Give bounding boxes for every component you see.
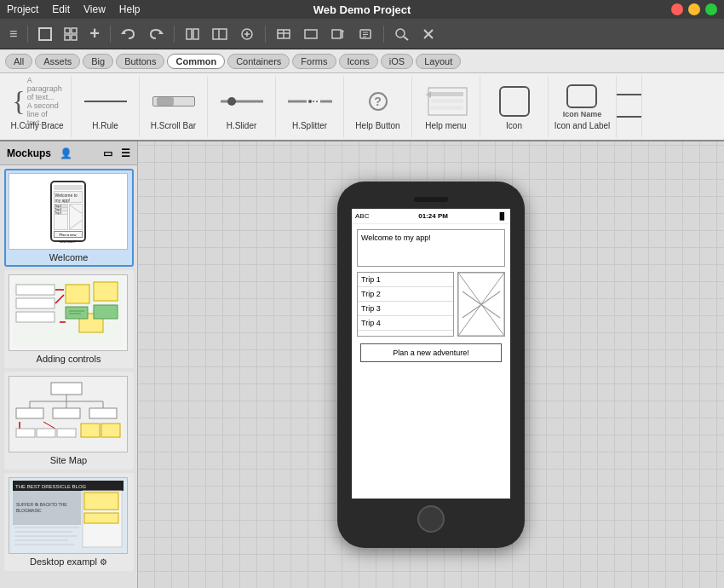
- filter-ios[interactable]: iOS: [381, 54, 413, 69]
- sidebar-item-desktop-example[interactable]: THE BEST DRESSICLE BLOG SUFFER IN BACKTO…: [4, 473, 134, 571]
- partial-icon: [617, 88, 642, 124]
- welcome-thumbnail: Welcome to my app! Trip 1 Trip 2 Trip 3: [9, 173, 128, 250]
- svg-rect-45: [66, 285, 89, 303]
- sidebar-item-adding-controls[interactable]: Adding controls: [4, 270, 134, 368]
- component-h-scroll-bar[interactable]: H.Scroll Bar: [140, 76, 208, 137]
- svg-text:BLOGMASIC: BLOGMASIC: [16, 508, 42, 513]
- component-help-menu[interactable]: Help menu: [412, 76, 480, 137]
- toolbar-icon-5[interactable]: [299, 26, 323, 43]
- battery-label: ▐▌: [497, 212, 507, 220]
- layout-grid-button[interactable]: [60, 26, 82, 43]
- svg-rect-46: [94, 282, 118, 301]
- site-map-thumbnail: [9, 376, 128, 453]
- menu-help[interactable]: Help: [119, 3, 141, 15]
- svg-point-31: [313, 101, 314, 102]
- layout-single-button[interactable]: [34, 26, 56, 43]
- filter-containers[interactable]: Containers: [227, 54, 290, 69]
- toolbar-icon-2[interactable]: [208, 26, 232, 43]
- toolbar-icon-6[interactable]: [326, 26, 350, 43]
- search-button[interactable]: [390, 26, 414, 43]
- minimize-button[interactable]: [688, 3, 700, 15]
- menu-edit[interactable]: Edit: [52, 3, 70, 15]
- screen-adventure-button[interactable]: Plan a new adventure!: [360, 343, 502, 362]
- svg-text:THE BEST DRESSICLE BLOG: THE BEST DRESSICLE BLOG: [15, 484, 87, 489]
- svg-rect-2: [72, 28, 77, 33]
- hamburger-menu-button[interactable]: ≡: [5, 25, 21, 43]
- svg-rect-40: [16, 285, 55, 295]
- component-label: Icon: [506, 121, 522, 130]
- component-help-button[interactable]: ? Help Button: [344, 76, 412, 137]
- component-icon-and-label[interactable]: Icon Name Icon and Label: [549, 76, 617, 137]
- h-curly-brace-icon: { A paragraph of text...A second line of…: [15, 84, 60, 119]
- screen-status-bar: ABC 01:24 PM ▐▌: [352, 209, 510, 224]
- toolbar-icon-3[interactable]: [235, 26, 259, 43]
- toolbar-icon-4[interactable]: [272, 26, 296, 43]
- menu-project[interactable]: Project: [7, 3, 38, 15]
- list-item-4: Trip 4: [358, 316, 453, 331]
- component-partial: [617, 76, 642, 137]
- close-x-button[interactable]: [417, 26, 440, 43]
- component-label: H.Splitter: [292, 121, 327, 130]
- screen-welcome-textbox: Welcome to my app!: [357, 229, 505, 267]
- components-strip: { A paragraph of text...A second line of…: [0, 73, 724, 141]
- filter-bar: All Assets Big Buttons Common Containers…: [0, 49, 724, 73]
- toolbar-icon-1[interactable]: [181, 26, 204, 43]
- filter-icons[interactable]: Icons: [339, 54, 378, 69]
- component-h-curly-brace[interactable]: { A paragraph of text...A second line of…: [3, 76, 72, 137]
- time-label: 01:24 PM: [418, 212, 448, 220]
- list-item-3: Trip 3: [358, 302, 453, 316]
- sidebar-item-welcome[interactable]: Welcome to my app! Trip 1 Trip 2 Trip 3: [4, 169, 134, 267]
- toolbar-separator-2: [110, 26, 111, 43]
- svg-line-26: [404, 37, 408, 40]
- redo-button[interactable]: [144, 26, 168, 43]
- sidebar-view-list-icon[interactable]: ☰: [121, 147, 130, 159]
- filter-big[interactable]: Big: [83, 54, 113, 69]
- component-h-splitter[interactable]: H.Splitter: [276, 76, 344, 137]
- maximize-button[interactable]: [705, 3, 717, 15]
- svg-rect-48: [94, 305, 118, 319]
- filter-assets[interactable]: Assets: [35, 54, 80, 69]
- phone-mockup: ABC 01:24 PM ▐▌ Welcome to my app! Trip …: [337, 182, 525, 548]
- toolbar-icon-7[interactable]: [353, 26, 377, 43]
- component-label: H.Rule: [92, 121, 118, 130]
- desktop-example-settings-icon: ⚙: [100, 557, 107, 567]
- close-button[interactable]: [671, 3, 683, 15]
- adding-controls-label: Adding controls: [9, 354, 129, 364]
- svg-rect-0: [39, 28, 51, 40]
- list-item-1: Trip 1: [358, 273, 453, 287]
- svg-rect-8: [193, 29, 198, 39]
- component-h-slider[interactable]: H.Slider: [208, 76, 276, 137]
- welcome-label: Welcome: [9, 252, 129, 262]
- add-button[interactable]: +: [85, 22, 104, 45]
- phone-speaker: [414, 197, 448, 202]
- component-icon[interactable]: Icon: [480, 76, 549, 137]
- svg-rect-18: [332, 30, 341, 38]
- svg-rect-35: [431, 92, 463, 96]
- filter-buttons[interactable]: Buttons: [116, 54, 164, 69]
- site-map-label: Site Map: [9, 455, 129, 465]
- phone-home-button[interactable]: [417, 505, 445, 533]
- filter-all[interactable]: All: [5, 54, 32, 69]
- svg-rect-1: [65, 28, 70, 33]
- filter-layout[interactable]: Layout: [416, 54, 461, 69]
- sidebar-item-site-map[interactable]: Site Map: [4, 372, 134, 470]
- svg-rect-77: [84, 493, 118, 510]
- filter-common[interactable]: Common: [167, 54, 225, 69]
- help-button-icon: ?: [356, 84, 400, 119]
- phone-screen: ABC 01:24 PM ▐▌ Welcome to my app! Trip …: [352, 209, 510, 499]
- svg-rect-36: [431, 99, 463, 103]
- h-rule-icon: [83, 84, 128, 119]
- svg-rect-66: [37, 429, 55, 437]
- menu-view[interactable]: View: [83, 3, 106, 15]
- screen-trip-list: Trip 1 Trip 2 Trip 3 Trip 4: [357, 272, 454, 337]
- sidebar-view-single-icon[interactable]: ▭: [103, 147, 112, 159]
- sidebar-list[interactable]: Welcome to my app! Trip 1 Trip 2 Trip 3: [0, 165, 137, 588]
- svg-rect-62: [89, 408, 117, 418]
- h-splitter-icon: [288, 84, 332, 119]
- h-slider-icon: [220, 84, 264, 119]
- filter-forms[interactable]: Forms: [292, 54, 336, 69]
- undo-button[interactable]: [117, 26, 141, 43]
- menu-items: Project Edit View Help: [7, 3, 141, 15]
- menu-bar: Project Edit View Help Web Demo Project: [0, 0, 724, 19]
- component-h-rule[interactable]: H.Rule: [72, 76, 140, 137]
